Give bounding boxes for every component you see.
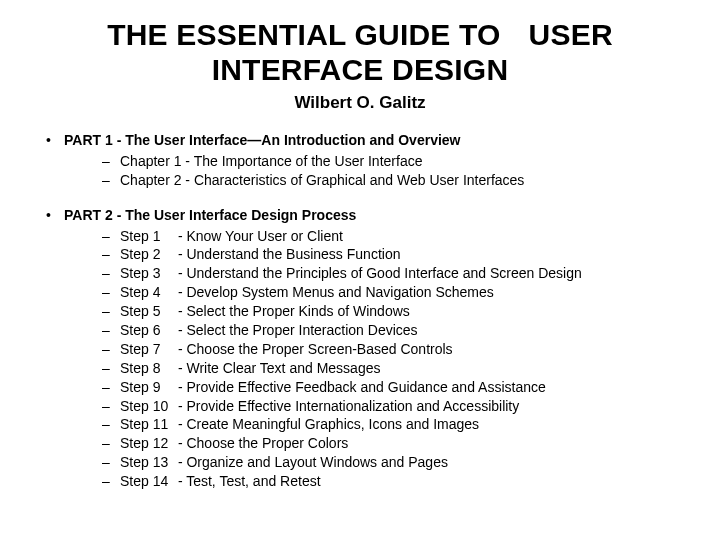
step-label: Step 5 — [120, 302, 174, 321]
part-1: • PART 1 - The User Interface—An Introdu… — [46, 131, 680, 190]
list-item: – Chapter 1 - The Importance of the User… — [102, 152, 680, 171]
title-line2: INTERFACE DESIGN — [212, 53, 509, 86]
dash-icon: – — [102, 302, 120, 321]
dash-icon: – — [102, 472, 120, 491]
list-item: –Step 13 - Organize and Layout Windows a… — [102, 453, 680, 472]
dash-icon: – — [102, 359, 120, 378]
part-2: • PART 2 - The User Interface Design Pro… — [46, 206, 680, 491]
part-2-items: –Step 1 - Know Your User or Client –Step… — [46, 227, 680, 491]
dash-icon: – — [102, 171, 120, 190]
dash-icon: – — [102, 152, 120, 171]
step-label: Step 12 — [120, 434, 174, 453]
list-item: –Step 6 - Select the Proper Interaction … — [102, 321, 680, 340]
title-line1-left: THE ESSENTIAL GUIDE TO — [107, 18, 500, 51]
step-text: - Understand the Business Function — [178, 246, 401, 262]
list-item: –Step 9 - Provide Effective Feedback and… — [102, 378, 680, 397]
dash-icon: – — [102, 453, 120, 472]
step-text: - Choose the Proper Screen-Based Control… — [178, 341, 453, 357]
step-label: Step 9 — [120, 378, 174, 397]
dash-icon: – — [102, 264, 120, 283]
slide-title: THE ESSENTIAL GUIDE TOUSER INTERFACE DES… — [40, 18, 680, 87]
step-text: - Know Your User or Client — [178, 228, 343, 244]
dash-icon: – — [102, 415, 120, 434]
dash-icon: – — [102, 283, 120, 302]
bullet-icon: • — [46, 206, 64, 225]
step-label: Step 2 — [120, 245, 174, 264]
dash-icon: – — [102, 321, 120, 340]
step-label: Step 13 — [120, 453, 174, 472]
list-item: –Step 11 - Create Meaningful Graphics, I… — [102, 415, 680, 434]
step-label: Step 6 — [120, 321, 174, 340]
step-label: Step 11 — [120, 415, 174, 434]
step-text: - Create Meaningful Graphics, Icons and … — [178, 416, 479, 432]
step-text: - Develop System Menus and Navigation Sc… — [178, 284, 494, 300]
title-line1-right: USER — [529, 18, 613, 51]
dash-icon: – — [102, 245, 120, 264]
list-item: –Step 5 - Select the Proper Kinds of Win… — [102, 302, 680, 321]
list-item: –Step 4 - Develop System Menus and Navig… — [102, 283, 680, 302]
dash-icon: – — [102, 434, 120, 453]
bullet-icon: • — [46, 131, 64, 150]
list-item: –Step 1 - Know Your User or Client — [102, 227, 680, 246]
step-label: Step 10 — [120, 397, 174, 416]
step-text: - Understand the Principles of Good Inte… — [178, 265, 582, 281]
step-text: - Select the Proper Interaction Devices — [178, 322, 418, 338]
step-text: - Organize and Layout Windows and Pages — [178, 454, 448, 470]
part-1-heading: PART 1 - The User Interface—An Introduct… — [64, 131, 460, 150]
part-1-items: – Chapter 1 - The Importance of the User… — [46, 152, 680, 190]
list-item: –Step 3 - Understand the Principles of G… — [102, 264, 680, 283]
step-label: Step 7 — [120, 340, 174, 359]
step-text: - Provide Effective Feedback and Guidanc… — [178, 379, 546, 395]
step-text: - Provide Effective Internationalization… — [178, 398, 519, 414]
dash-icon: – — [102, 397, 120, 416]
list-item: –Step 10 - Provide Effective Internation… — [102, 397, 680, 416]
step-label: Step 3 — [120, 264, 174, 283]
list-item: –Step 2 - Understand the Business Functi… — [102, 245, 680, 264]
step-text: - Test, Test, and Retest — [178, 473, 321, 489]
step-label: Step 4 — [120, 283, 174, 302]
chapter-text: Chapter 1 - The Importance of the User I… — [120, 152, 422, 171]
list-item: – Chapter 2 - Characteristics of Graphic… — [102, 171, 680, 190]
step-label: Step 8 — [120, 359, 174, 378]
list-item: –Step 7 - Choose the Proper Screen-Based… — [102, 340, 680, 359]
list-item: –Step 12 - Choose the Proper Colors — [102, 434, 680, 453]
step-text: - Write Clear Text and Messages — [178, 360, 381, 376]
author: Wilbert O. Galitz — [40, 93, 680, 113]
dash-icon: – — [102, 227, 120, 246]
chapter-text: Chapter 2 - Characteristics of Graphical… — [120, 171, 524, 190]
step-text: - Select the Proper Kinds of Windows — [178, 303, 410, 319]
slide: THE ESSENTIAL GUIDE TOUSER INTERFACE DES… — [0, 0, 720, 540]
step-text: - Choose the Proper Colors — [178, 435, 348, 451]
step-label: Step 1 — [120, 227, 174, 246]
outline-list: • PART 1 - The User Interface—An Introdu… — [40, 131, 680, 491]
list-item: –Step 14 - Test, Test, and Retest — [102, 472, 680, 491]
dash-icon: – — [102, 378, 120, 397]
list-item: –Step 8 - Write Clear Text and Messages — [102, 359, 680, 378]
dash-icon: – — [102, 340, 120, 359]
part-2-heading: PART 2 - The User Interface Design Proce… — [64, 206, 356, 225]
step-label: Step 14 — [120, 472, 174, 491]
